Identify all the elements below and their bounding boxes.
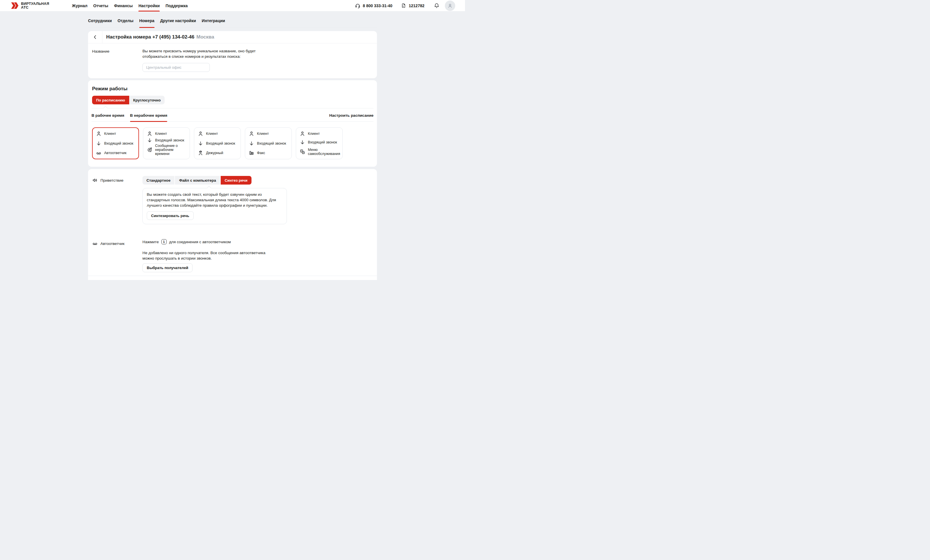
greeting-label-cell: Приветствие [92, 176, 142, 183]
nav-link-support[interactable]: Поддержка [165, 0, 188, 11]
bell-icon [434, 3, 440, 9]
card-row: Клиент [249, 131, 288, 137]
card-row-label: Клиент [257, 132, 269, 136]
person-icon [249, 131, 254, 137]
greeting-source-tabs: Стандартное Файл с компьютера Синтез реч… [142, 176, 251, 184]
arrow-down-icon [147, 137, 152, 143]
press-prefix: Нажмите [142, 240, 159, 244]
greeting-tab-speech-synthesis[interactable]: Синтез речи [221, 176, 251, 184]
fax-icon [249, 150, 254, 156]
scenario-cards: Клиент Входящий звонок Автоответчик Клие… [88, 121, 377, 167]
card-row-label: Факс [257, 151, 265, 155]
scenario-card-self-service-menu[interactable]: Клиент Входящий звонок Меню самообслужив… [296, 127, 343, 159]
press-suffix: для соединения с автоответчиком [169, 240, 231, 244]
app-logo[interactable]: ВИРТУАЛЬНАЯ АТС [11, 2, 61, 9]
back-chevron-icon [92, 34, 98, 40]
configure-schedule-link[interactable]: Настроить расписание [329, 111, 374, 121]
operator-icon [198, 150, 203, 156]
nav-link-journal[interactable]: Журнал [72, 0, 88, 11]
greeting-section: Приветствие Стандартное Файл с компьютер… [88, 169, 377, 224]
scenario-card-offhours-message[interactable]: Клиент Входящий звонок Сообщение о нераб… [143, 127, 190, 159]
choose-recipients-button[interactable]: Выбрать получателей [142, 263, 192, 272]
logo-icon [11, 2, 18, 9]
answering-machine-label-cell: Автоответчик [92, 239, 142, 246]
scenario-card-fax[interactable]: Клиент Входящий звонок Факс [245, 127, 292, 159]
number-name-input[interactable] [142, 63, 210, 72]
number-region: Москва [196, 34, 214, 40]
person-icon [198, 131, 203, 137]
card-row-label: Входящий звонок [308, 140, 337, 144]
voicemail-icon [96, 150, 102, 156]
card-row: Клиент [198, 131, 237, 137]
synthesize-speech-button[interactable]: Синтезировать речь [147, 211, 194, 220]
back-button[interactable] [88, 31, 102, 43]
card-row-label: Входящий звонок [206, 141, 235, 146]
notifications-button[interactable] [434, 3, 440, 9]
offhours-message-icon [147, 147, 152, 153]
greeting-tab-standard[interactable]: Стандартное [142, 176, 174, 184]
mode-24h-button[interactable]: Круглосуточно [129, 96, 165, 104]
person-icon [147, 131, 152, 137]
person-icon [300, 131, 305, 137]
card-row: Клиент [147, 131, 186, 137]
tab-off-hours[interactable]: В нерабочее время [130, 111, 168, 121]
account-number: 1212782 [409, 3, 425, 8]
synthesis-description: Вы можете создать свой текст, который бу… [147, 192, 279, 208]
work-mode-title: Режим работы [88, 80, 377, 92]
support-phone-number: 8 800 333-31-40 [363, 3, 393, 8]
card-row: Входящий звонок [147, 137, 186, 143]
time-tabs: В рабочее время В нерабочее время Настро… [91, 108, 374, 121]
card-row-label: Дежурный [206, 151, 223, 155]
card-row: Факс [249, 150, 288, 156]
card-row: Входящий звонок [249, 141, 288, 146]
card-row: Автоответчик [96, 150, 135, 156]
tab-working-hours[interactable]: В рабочее время [91, 111, 124, 121]
logo-line1: ВИРТУАЛЬНАЯ [21, 2, 49, 6]
self-service-menu-icon [300, 149, 305, 155]
card-row: Меню самообслуживания [300, 148, 339, 156]
main-nav: Журнал Отчеты Финансы Настройки Поддержк… [72, 0, 188, 11]
name-label: Название [92, 48, 142, 72]
number-header: Настройка номера +7 (495) 134-02-46Москв… [88, 31, 377, 43]
card-row-label: Входящий звонок [257, 141, 286, 146]
number-settings-panel: Настройка номера +7 (495) 134-02-46Москв… [88, 31, 377, 78]
speaker-icon [92, 177, 98, 183]
card-row: Сообщение о нерабочем времени [147, 144, 186, 156]
number-title-text: Настройка номера +7 (495) 134-02-46 [106, 34, 194, 40]
settings-tabs: Сотрудники Отделы Номера Другие настройк… [88, 15, 377, 28]
nav-link-reports[interactable]: Отчеты [93, 0, 108, 11]
card-row-label: Клиент [155, 132, 167, 136]
card-row-label: Входящий звонок [155, 138, 184, 142]
card-row-label: Меню самообслуживания [308, 148, 340, 156]
navbar-right: 8 800 333-31-40 1212782 [355, 1, 455, 11]
arrow-down-icon [198, 141, 203, 146]
nav-link-settings[interactable]: Настройки [139, 0, 160, 11]
tab-other-settings[interactable]: Другие настройки [160, 15, 196, 27]
recipients-note: Не добавлено ни одного получателя. Все с… [142, 250, 271, 261]
voicemail-icon [92, 241, 98, 246]
card-row: Входящий звонок [300, 140, 339, 145]
scenario-card-duty-operator[interactable]: Клиент Входящий звонок Дежурный [194, 127, 241, 159]
card-row: Дежурный [198, 150, 237, 156]
greeting-tab-file[interactable]: Файл с компьютера [175, 176, 220, 184]
greeting-label: Приветствие [100, 178, 123, 183]
account-chip[interactable]: 1212782 [401, 3, 425, 8]
user-avatar[interactable] [445, 1, 455, 11]
nav-link-finance[interactable]: Финансы [114, 0, 132, 11]
headset-icon [355, 3, 360, 9]
card-row-label: Клиент [206, 132, 218, 136]
tab-numbers[interactable]: Номера [139, 15, 154, 27]
card-row-label: Клиент [308, 132, 320, 136]
greeting-panel: Приветствие Стандартное Файл с компьютер… [88, 169, 377, 280]
synthesis-bubble: Вы можете создать свой текст, который бу… [142, 188, 287, 224]
tab-departments[interactable]: Отделы [118, 15, 134, 27]
card-row-label: Входящий звонок [104, 141, 133, 146]
support-phone: 8 800 333-31-40 [355, 3, 393, 9]
logo-text: ВИРТУАЛЬНАЯ АТС [21, 2, 49, 9]
tab-integrations[interactable]: Интеграции [202, 15, 225, 27]
tab-employees[interactable]: Сотрудники [88, 15, 112, 27]
card-row: Клиент [300, 131, 339, 137]
arrow-down-icon [249, 141, 254, 146]
mode-by-schedule-button[interactable]: По расписанию [92, 96, 129, 104]
scenario-card-voicemail[interactable]: Клиент Входящий звонок Автоответчик [92, 127, 139, 159]
